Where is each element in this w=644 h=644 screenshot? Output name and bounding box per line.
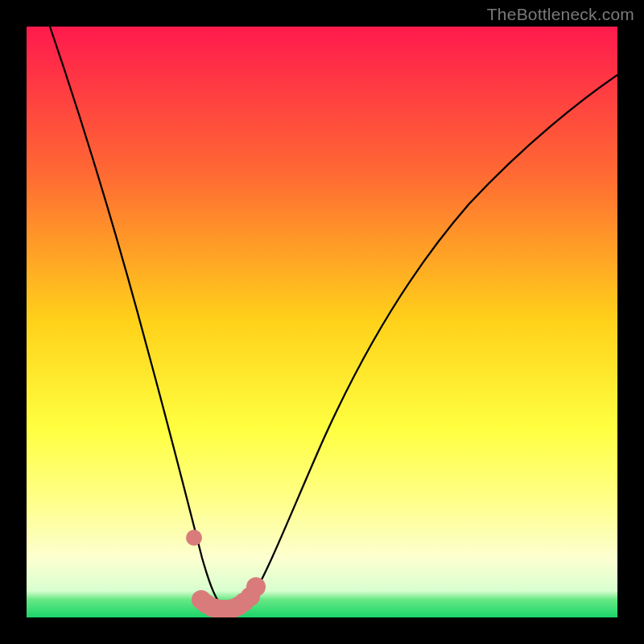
critical-markers: [186, 530, 266, 617]
curve-path: [50, 27, 617, 612]
bottleneck-curve: [27, 27, 617, 617]
svg-point-12: [246, 577, 266, 597]
chart-frame: TheBottleneck.com: [0, 0, 644, 644]
watermark-text: TheBottleneck.com: [487, 5, 634, 24]
svg-point-1: [186, 530, 202, 546]
plot-area: [27, 27, 617, 617]
